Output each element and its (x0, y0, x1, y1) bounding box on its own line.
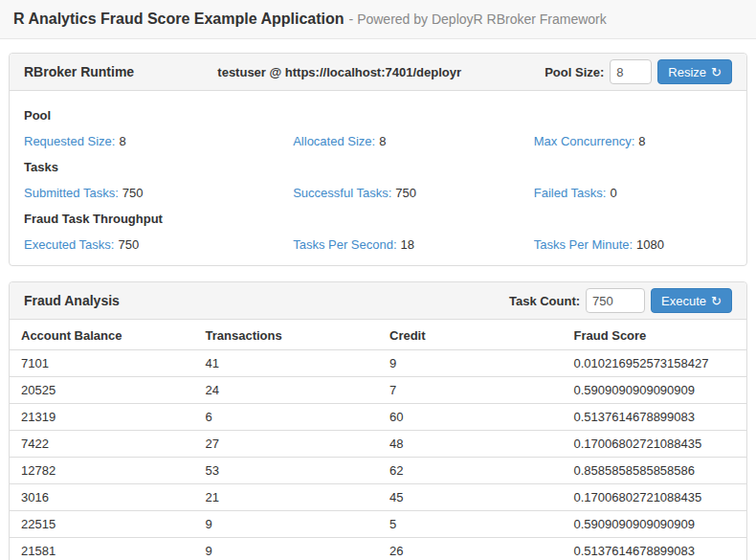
table-row: 1278253620.8585858585858586 (10, 458, 746, 484)
table-cell: 0.5137614678899083 (563, 538, 747, 560)
table-cell: 5 (378, 511, 563, 538)
table-header-row: Account Balance Transactions Credit Frau… (10, 320, 746, 350)
table-cell: 45 (378, 484, 563, 511)
table-cell: 9 (194, 538, 379, 560)
execute-button[interactable]: Execute ↻ (651, 288, 732, 313)
table-row: 205252470.5909090909090909 (10, 377, 746, 404)
column-header-account-balance: Account Balance (10, 320, 194, 350)
stat-max-concurrency: Max Concurrency:8 (534, 134, 732, 148)
stat-tasks-per-minute: Tasks Per Minute:1080 (534, 237, 732, 252)
stat-executed-tasks: Executed Tasks:750 (24, 237, 293, 252)
table-cell: 7101 (10, 350, 194, 377)
pool-section-heading: Pool (24, 108, 732, 123)
table-cell: 21581 (10, 538, 194, 560)
task-count-label: Task Count: (509, 294, 580, 308)
analysis-panel-heading: Fraud Analysis Task Count: Execute ↻ (10, 282, 746, 320)
stat-submitted-tasks: Submitted Tasks:750 (24, 186, 293, 200)
column-header-fraud-score: Fraud Score (563, 320, 747, 350)
app-subtitle: - Powered by DeployR RBroker Framework (349, 11, 607, 27)
table-cell: 12782 (10, 458, 194, 484)
table-row: 742227480.17006802721088435 (10, 431, 746, 458)
table-cell: 0.5909090909090909 (563, 511, 747, 538)
column-header-transactions: Transactions (194, 320, 379, 350)
tasks-stats-row: Submitted Tasks:750 Successful Tasks:750… (24, 186, 732, 200)
table-cell: 0.17006802721088435 (563, 431, 747, 458)
table-cell: 48 (378, 431, 563, 458)
table-cell: 3016 (10, 484, 194, 511)
table-row: 213196600.5137614678899083 (10, 404, 746, 431)
table-cell: 24 (194, 377, 379, 404)
table-row: 301621450.17006802721088435 (10, 484, 746, 511)
throughput-stats-row: Executed Tasks:750 Tasks Per Second:18 T… (24, 237, 732, 252)
throughput-section-heading: Fraud Task Throughput (24, 212, 732, 226)
table-cell: 9 (194, 511, 379, 538)
analysis-panel-title: Fraud Analysis (24, 293, 120, 308)
table-row: 71014190.010216952573158427 (10, 350, 746, 377)
table-cell: 0.5137614678899083 (563, 404, 747, 431)
pool-stats-row: Requested Size:8 Allocated Size:8 Max Co… (24, 134, 732, 148)
pool-size-label: Pool Size: (545, 65, 604, 79)
table-cell: 41 (194, 350, 379, 377)
table-cell: 26 (378, 538, 563, 560)
table-cell: 9 (378, 350, 563, 377)
table-cell: 20525 (10, 377, 194, 404)
fraud-table: Account Balance Transactions Credit Frau… (10, 320, 746, 560)
table-cell: 6 (194, 404, 379, 431)
runtime-panel-heading: RBroker Runtime testuser @ https://local… (10, 54, 746, 91)
table-cell: 21 (194, 484, 379, 511)
table-row: 215819260.5137614678899083 (10, 538, 746, 560)
app-header: R Analytics Fraud Score Example Applicat… (0, 0, 756, 39)
table-cell: 27 (194, 431, 379, 458)
execute-button-label: Execute (661, 294, 706, 308)
table-row: 22515950.5909090909090909 (10, 511, 746, 538)
resize-button[interactable]: Resize ↻ (657, 59, 732, 84)
table-cell: 7 (378, 377, 563, 404)
pool-size-controls: Pool Size: Resize ↻ (545, 59, 732, 84)
table-cell: 0.5909090909090909 (563, 377, 747, 404)
table-cell: 7422 (10, 431, 194, 458)
table-cell: 0.17006802721088435 (563, 484, 747, 511)
refresh-icon: ↻ (711, 295, 722, 307)
runtime-panel-title: RBroker Runtime (24, 64, 134, 79)
stat-tasks-per-second: Tasks Per Second:18 (293, 237, 534, 252)
pool-size-input[interactable] (610, 59, 652, 84)
stat-requested-size: Requested Size:8 (24, 134, 293, 148)
runtime-panel-body: Pool Requested Size:8 Allocated Size:8 M… (10, 91, 746, 265)
fraud-table-body: 71014190.010216952573158427205252470.590… (10, 350, 746, 560)
tasks-section-heading: Tasks (24, 160, 732, 174)
table-cell: 22515 (10, 511, 194, 538)
page-content: RBroker Runtime testuser @ https://local… (0, 39, 756, 560)
refresh-icon: ↻ (711, 66, 722, 78)
table-cell: 53 (194, 458, 379, 484)
fraud-table-head: Account Balance Transactions Credit Frau… (10, 320, 746, 350)
table-cell: 0.8585858585858586 (563, 458, 747, 484)
endpoint-label: testuser @ https://localhost:7401/deploy… (217, 65, 461, 79)
task-count-controls: Task Count: Execute ↻ (509, 288, 732, 313)
column-header-credit: Credit (378, 320, 563, 350)
stat-allocated-size: Allocated Size:8 (293, 134, 534, 148)
table-cell: 0.010216952573158427 (563, 350, 747, 377)
stat-successful-tasks: Successful Tasks:750 (293, 186, 534, 200)
task-count-input[interactable] (586, 288, 645, 313)
stat-failed-tasks: Failed Tasks:0 (534, 186, 732, 200)
table-cell: 21319 (10, 404, 194, 431)
analysis-panel: Fraud Analysis Task Count: Execute ↻ Acc… (9, 281, 747, 560)
runtime-panel: RBroker Runtime testuser @ https://local… (9, 53, 747, 266)
table-cell: 60 (378, 404, 563, 431)
resize-button-label: Resize (668, 65, 706, 79)
app-title: R Analytics Fraud Score Example Applicat… (13, 11, 345, 27)
table-cell: 62 (378, 458, 563, 484)
